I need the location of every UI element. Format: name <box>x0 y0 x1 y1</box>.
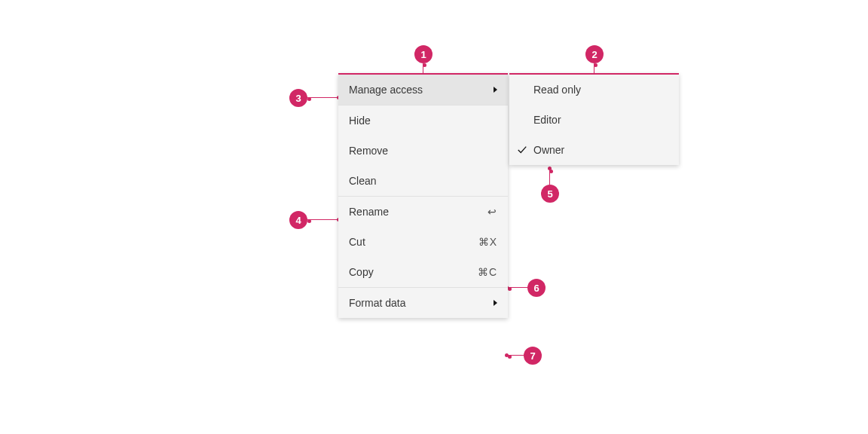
shortcut-label: ↩ <box>487 206 497 218</box>
menu-item-manage-access[interactable]: Manage access <box>338 75 508 105</box>
submenu-item-owner[interactable]: Owner <box>509 135 679 165</box>
checkmark-icon <box>517 145 532 155</box>
leader-1 <box>423 63 423 73</box>
menu-item-label: Read only <box>533 84 668 96</box>
menu-item-label: Editor <box>533 114 668 126</box>
leader-2 <box>594 63 594 73</box>
annotation-badge-6: 6 <box>527 279 546 297</box>
annotation-badge-1: 1 <box>414 45 432 63</box>
menu-item-label: Clean <box>349 175 497 187</box>
leader-6 <box>508 287 527 288</box>
caret-right-icon <box>494 87 497 93</box>
annotation-badge-2: 2 <box>585 45 604 63</box>
menu-item-copy[interactable]: Copy ⌘C <box>338 257 508 287</box>
menu-item-rename[interactable]: Rename ↩ <box>338 197 508 227</box>
menu-item-format-data[interactable]: Format data <box>338 288 508 318</box>
annotation-badge-5: 5 <box>541 185 559 203</box>
annotation-badge-4: 4 <box>289 211 307 229</box>
shortcut-label: ⌘C <box>478 266 497 278</box>
menu-item-label: Manage access <box>349 84 494 96</box>
menu-item-label: Format data <box>349 297 494 309</box>
annotated-menu-figure: Manage access Hide Remove Clean Rename ↩… <box>0 0 868 434</box>
menu-item-cut[interactable]: Cut ⌘X <box>338 227 508 257</box>
menu-item-label: Hide <box>349 115 497 127</box>
leader-7 <box>508 355 524 356</box>
leader-5 <box>549 170 550 185</box>
menu-item-remove[interactable]: Remove <box>338 136 508 166</box>
context-submenu: Read only Editor Owner <box>509 73 679 165</box>
annotation-badge-3: 3 <box>289 89 307 107</box>
menu-item-label: Copy <box>349 266 478 278</box>
menu-item-label: Cut <box>349 236 478 248</box>
leader-3 <box>307 97 338 98</box>
menu-item-label: Remove <box>349 145 497 157</box>
shortcut-label: ⌘X <box>478 236 497 248</box>
menu-item-label: Owner <box>533 144 668 156</box>
submenu-item-read-only[interactable]: Read only <box>509 75 679 105</box>
annotation-badge-7: 7 <box>524 347 542 365</box>
context-menu: Manage access Hide Remove Clean Rename ↩… <box>338 73 508 318</box>
menu-item-label: Rename <box>349 206 487 218</box>
menu-item-clean[interactable]: Clean <box>338 166 508 196</box>
submenu-item-editor[interactable]: Editor <box>509 105 679 135</box>
menu-item-hide[interactable]: Hide <box>338 105 508 136</box>
caret-right-icon <box>494 300 497 306</box>
leader-4 <box>307 219 338 220</box>
